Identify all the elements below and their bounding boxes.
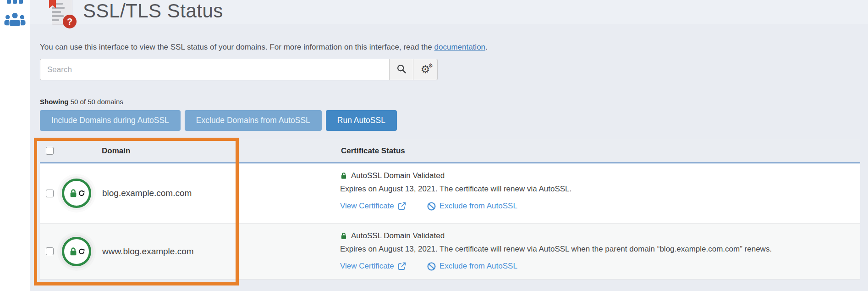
autossl-toolbar: Include Domains during AutoSSL Exclude D… [40,110,397,131]
run-autossl-button[interactable]: Run AutoSSL [326,110,397,131]
table-header-row: Domain Certificate Status [40,139,860,163]
select-all-checkbox[interactable] [46,147,54,155]
status-text: AutoSSL Domain Validated [351,231,445,241]
renew-arrows-icon [78,190,85,196]
apps-grid-icon[interactable] [7,0,23,4]
external-link-icon [398,262,406,270]
view-certificate-link[interactable]: View Certificate [340,262,406,271]
page-header: ? SSL/TLS Status [48,0,223,28]
domains-table: Domain Certificate Status [40,139,860,280]
exclude-from-autossl-link[interactable]: Exclude from AutoSSL [427,262,517,271]
include-domains-button[interactable]: Include Domains during AutoSSL [40,110,181,131]
sidebar [0,0,30,291]
gear-small-icon: ⚙ [428,63,433,68]
search-icon [396,64,407,75]
autossl-lock-badge-icon [58,175,95,212]
exclude-from-autossl-link[interactable]: Exclude from AutoSSL [427,201,517,211]
status-lock-icon [340,172,347,179]
documentation-link[interactable]: documentation [434,43,486,51]
ssl-certificate-icon: ? [48,0,76,28]
table-row: blog.example.com.com AutoSSL Domain Vali… [40,163,860,224]
ban-icon [427,262,436,271]
summary-count: 50 of 50 domains [69,98,123,106]
domain-name: www.blog.example.com [102,246,194,257]
domain-cell: blog.example.com.com [40,163,340,223]
domain-cell: www.blog.example.com [40,224,340,279]
domain-name: blog.example.com.com [102,188,192,198]
status-text: AutoSSL Domain Validated [351,171,445,180]
row-checkbox[interactable] [46,190,54,197]
view-certificate-label: View Certificate [340,201,394,211]
search-button[interactable] [389,59,413,80]
search-input[interactable] [40,59,389,80]
lock-icon [69,247,78,256]
view-certificate-link[interactable]: View Certificate [340,201,406,211]
page-title: SSL/TLS Status [83,0,223,22]
intro-after: . [485,43,488,51]
certificate-status-cell: AutoSSL Domain Validated Expires on Augu… [340,224,860,279]
table-row: www.blog.example.com AutoSSL Domain Vali… [40,224,860,280]
intro-before: You can use this interface to view the S… [40,43,434,51]
autossl-lock-badge-icon [58,233,95,270]
status-lock-icon [340,232,347,240]
question-badge-icon: ? [63,15,77,28]
row-checkbox[interactable] [46,247,54,255]
exclude-from-autossl-label: Exclude from AutoSSL [439,201,517,211]
renew-arrows-icon [78,248,85,255]
intro-text: You can use this interface to view the S… [40,43,488,52]
expiry-text: Expires on August 13, 2021. The certific… [340,245,860,254]
summary-label: Showing [40,98,69,106]
ssl-tls-status-page: ? SSL/TLS Status You can use this interf… [0,0,868,291]
domain-column-header: Domain [61,146,340,156]
ban-icon [427,202,436,211]
status-column-header: Certificate Status [340,146,860,156]
certificate-status-cell: AutoSSL Domain Validated Expires on Augu… [340,163,860,223]
exclude-from-autossl-label: Exclude from AutoSSL [439,262,517,271]
results-summary: Showing 50 of 50 domains [40,98,123,106]
expiry-text: Expires on August 13, 2021. The certific… [340,185,860,194]
exclude-domains-button[interactable]: Exclude Domains from AutoSSL [185,110,322,131]
search-group: ⚙ ⚙ [40,59,438,80]
search-settings-button[interactable]: ⚙ ⚙ [413,59,438,80]
lock-icon [69,189,78,198]
external-link-icon [398,202,406,210]
view-certificate-label: View Certificate [340,262,394,271]
users-group-icon[interactable] [4,12,26,29]
